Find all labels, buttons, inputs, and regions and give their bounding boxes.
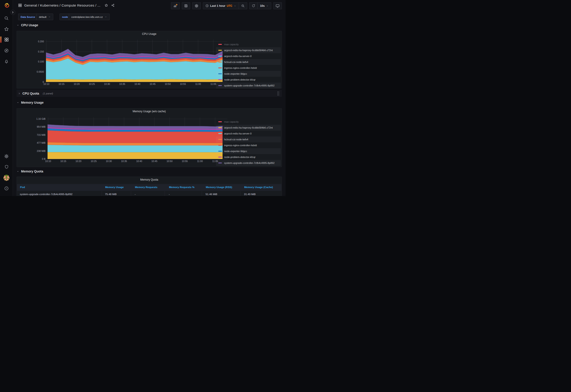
x-axis-label: 10:30 <box>104 83 110 85</box>
legend-item[interactable]: hcloud-csi-node-lwfx4 <box>216 137 281 142</box>
add-panel-button[interactable] <box>171 2 180 9</box>
grafana-logo[interactable] <box>0 1 13 9</box>
table-cell-value: 75.48 MiB <box>105 193 117 196</box>
section-header-memory-quota[interactable]: Memory Quota <box>16 169 43 174</box>
zoom-out-time-button[interactable] <box>239 2 247 9</box>
y-axis-label: 0.200 <box>38 40 44 43</box>
active-indicator <box>0 36 1 43</box>
sidebar-item-dashboards[interactable] <box>0 36 13 43</box>
row-drag-handle[interactable] <box>277 91 280 95</box>
legend-item[interactable]: system-upgrade-controller-7cfb4c4995-8p8… <box>216 83 281 88</box>
legend-swatch <box>218 163 222 163</box>
x-axis-label: 10:15 <box>58 83 64 85</box>
legend-item[interactable]: system-upgrade-controller-7cfb4c4995-8p8… <box>216 160 281 166</box>
sidebar-item-alerting[interactable] <box>0 57 13 65</box>
help-icon: ? <box>4 186 9 191</box>
share-icon <box>111 4 114 7</box>
table-cell-value: 31.49 MiB <box>244 193 256 196</box>
x-axis-label: 10:40 <box>134 83 140 85</box>
legend-label: argocd-redis-ha-server-0 <box>224 55 252 57</box>
panel-memory-quota-table: Memory Quota PodMemory UsageMemory Reque… <box>16 177 282 196</box>
section-title: CPU Quota <box>22 92 39 95</box>
sidebar-item-search[interactable] <box>0 14 13 22</box>
series-area <box>48 152 223 159</box>
add-panel-icon <box>173 4 177 8</box>
legend-swatch <box>218 151 222 152</box>
cycle-view-mode-button[interactable] <box>273 2 282 9</box>
dashboard-settings-button[interactable] <box>192 2 201 9</box>
y-axis-label: 0.150 <box>38 50 44 53</box>
x-axis-label: 10:10 <box>45 160 51 163</box>
legend-item[interactable]: argocd-redis-ha-server-0 <box>216 53 281 59</box>
x-axis-label: 11:05 <box>210 83 216 85</box>
legend-swatch <box>218 121 222 122</box>
legend-swatch <box>218 73 222 74</box>
sidebar-item-explore[interactable] <box>0 47 13 54</box>
cpu-usage-legend: max capacityargocd-redis-ha-haproxy-6cdb… <box>216 42 281 88</box>
legend-item[interactable]: node-exporter-9dgcc <box>216 71 281 77</box>
x-axis-label: 10:50 <box>165 83 171 85</box>
sidebar-item-starred[interactable] <box>0 25 13 33</box>
legend-item[interactable]: argocd-redis-ha-haproxy-6cdbb584b6-z72nt <box>216 47 281 53</box>
legend-swatch <box>218 85 222 86</box>
table-cell-value: - <box>169 193 170 196</box>
sidebar-item-profile[interactable] <box>0 174 13 182</box>
table-cell-value: 51.46 MiB <box>206 193 217 196</box>
x-axis-label: 10:50 <box>167 160 172 163</box>
section-header-cpu-usage[interactable]: CPU Usage <box>16 22 38 28</box>
variable-value-node[interactable]: controlplane.bee.k8s.vxm.cz <box>69 14 110 20</box>
grafana-flame-icon <box>3 2 10 9</box>
series-area <box>48 130 223 143</box>
timezone-label: UTC <box>227 4 232 7</box>
shield-icon <box>4 165 9 169</box>
legend-item[interactable]: node-problem-detector-kfcqr <box>216 154 281 160</box>
legend-swatch <box>218 50 222 51</box>
legend-label: hcloud-csi-node-lwfx4 <box>224 138 248 141</box>
sidebar-item-server-admin[interactable] <box>0 163 13 171</box>
page-title: General / Kubernetes / Compute Resources… <box>24 3 100 7</box>
time-range-label: Last 1 hour <box>210 4 225 7</box>
legend-item[interactable]: hcloud-csi-node-lwfx4 <box>216 59 281 65</box>
time-range-picker[interactable]: Last 1 hour UTC <box>203 2 239 9</box>
refresh-button[interactable] <box>249 2 257 9</box>
legend-item[interactable]: argocd-redis-ha-server-0 <box>216 131 281 137</box>
sidebar-item-configuration[interactable] <box>0 152 13 160</box>
star-dashboard-button[interactable] <box>104 3 108 7</box>
legend-item[interactable]: ingress-nginx-controller-hdxld <box>216 65 281 71</box>
legend-item[interactable]: argocd-redis-ha-haproxy-6cdbb584b6-z72nt <box>216 125 281 131</box>
monitor-icon <box>275 4 280 8</box>
variable-value-datasource[interactable]: default <box>36 14 53 20</box>
panel-memory-usage: Memory Usage (w/o cache) 10:1010:1510:20… <box>16 108 282 167</box>
grafana-dashboard: ? General / Kubernetes / Compute Resourc… <box>0 0 286 196</box>
breadcrumb[interactable]: General / Kubernetes / Compute Resources… <box>18 3 115 7</box>
legend-item[interactable]: max capacity <box>216 42 281 47</box>
y-axis-label: 477 MiB <box>37 141 45 144</box>
legend-label: max capacity <box>224 43 239 46</box>
svg-text:?: ? <box>6 187 7 190</box>
x-axis-label: 10:10 <box>43 83 49 85</box>
section-header-cpu-quota[interactable]: CPU Quota (1 panel) <box>16 90 282 97</box>
refresh-interval-picker[interactable]: 10s <box>257 2 271 9</box>
y-axis-label: 715 MiB <box>37 134 45 136</box>
sidebar-expand-button[interactable] <box>10 10 15 15</box>
chevron-down-icon <box>234 4 236 7</box>
section-title: Memory Usage <box>21 101 44 104</box>
save-dashboard-button[interactable] <box>182 2 190 9</box>
series-area <box>48 125 223 129</box>
gear-icon <box>195 4 199 8</box>
legend-item[interactable]: max capacity <box>216 119 281 125</box>
sidebar-item-help[interactable]: ? <box>0 184 13 192</box>
legend-item[interactable]: node-problem-detector-kfcqr <box>216 77 281 83</box>
legend-swatch <box>218 145 222 146</box>
legend-item[interactable]: node-exporter-9dgcc <box>216 148 281 154</box>
legend-item[interactable]: ingress-nginx-controller-hdxld <box>216 142 281 148</box>
section-header-memory-usage[interactable]: Memory Usage <box>16 100 44 105</box>
top-bar: General / Kubernetes / Compute Resources… <box>13 0 286 12</box>
legend-label: argocd-redis-ha-server-0 <box>224 132 252 135</box>
chevron-right-icon <box>12 11 14 14</box>
refresh-icon <box>252 4 255 7</box>
y-axis-label: 1.16 GiB <box>36 117 45 120</box>
variables-bar: Data Source default node controlplane.be… <box>13 14 286 20</box>
x-axis-label: 10:55 <box>180 83 186 85</box>
share-dashboard-button[interactable] <box>111 3 115 7</box>
